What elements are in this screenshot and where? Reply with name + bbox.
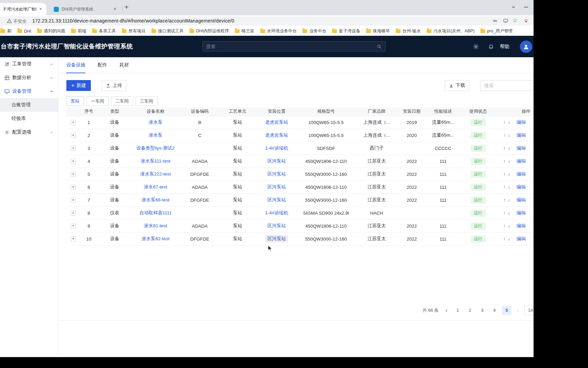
bookmark-item[interactable]: 格兰富 [235,28,255,34]
location-link[interactable]: 区河泵站 [267,184,286,189]
bookmark-item[interactable]: 业务中台 [303,28,326,34]
new-button[interactable]: + 新建 [66,80,91,91]
password-key-icon[interactable] [492,18,498,25]
sidebar-item-config-options[interactable]: 配置选项 [0,125,58,139]
move-down-button[interactable]: ↓ [508,210,510,215]
move-up-button[interactable]: ↑ [503,145,506,151]
device-name-link[interactable]: 潜水61-test [144,223,167,228]
move-up-button[interactable]: ↑ [503,184,506,189]
move-up-button[interactable]: ↑ [503,171,506,177]
edit-link[interactable]: 编辑 [517,184,526,189]
edit-link[interactable]: 编辑 [517,223,526,228]
edit-link[interactable]: 编辑 [517,210,526,215]
move-down-button[interactable]: ↓ [508,145,510,151]
move-down-button[interactable]: ↓ [508,184,510,189]
location-link[interactable]: 区河泵站 [267,158,286,164]
tab-accessories[interactable]: 配件 [98,57,107,73]
edit-link[interactable]: 编辑 [517,120,526,125]
pagination-next-icon[interactable]: › [514,307,522,313]
device-name-link[interactable]: 潜水67-test [144,184,167,189]
move-down-button[interactable]: ↓ [508,158,510,164]
location-link[interactable]: 区河泵站 [267,171,286,177]
move-down-button[interactable]: ↓ [508,236,510,241]
location-link[interactable]: 区河泵站 [265,235,288,242]
filter-workshop-2[interactable]: 二车间 [111,96,133,106]
security-label[interactable]: 不安全 [13,18,27,25]
upload-button[interactable]: 上传 [102,80,126,91]
bookmark-item[interactable]: 接口测试工具 [151,28,184,34]
expand-row-button[interactable]: + [71,224,76,229]
pagination-page-1[interactable]: 1 [453,306,462,315]
settings-gear-icon[interactable] [473,43,479,50]
location-link[interactable]: 区河泵站 [267,197,286,202]
sidebar-item-device-management[interactable]: 设备管理 [0,85,58,98]
device-name-link[interactable]: 潜水泵62-test [142,236,169,241]
pagination-page-3[interactable]: 3 [477,306,487,315]
location-link[interactable]: 老虎岩泵站 [265,120,288,125]
move-up-button[interactable]: ↑ [503,197,506,202]
expand-row-button[interactable]: + [71,211,76,216]
url-text[interactable]: 172.23.21.33:1110/device-management-dhi/… [32,18,234,24]
device-name-link[interactable]: 潜水泵111-test [141,158,170,164]
move-down-button[interactable]: ↓ [508,120,510,125]
move-down-button[interactable]: ↓ [508,223,510,228]
move-down-button[interactable]: ↓ [508,133,510,138]
expand-row-button[interactable]: + [71,198,76,203]
window-minimize-button[interactable] [524,7,528,7]
global-search-box[interactable] [202,41,386,51]
sidebar-item-ledger-management[interactable]: 台账管理 [0,98,58,112]
bookmark-item[interactable]: 套子湾设备 [332,28,360,34]
expand-row-button[interactable]: + [71,236,76,242]
move-down-button[interactable]: ↓ [508,197,510,202]
bookmark-item[interactable]: pro_用户管理 [480,28,513,34]
edit-link[interactable]: 编辑 [517,158,526,164]
expand-row-button[interactable]: + [71,146,76,151]
bookmark-star-icon[interactable]: ☆ [512,17,518,24]
sidebar-item-experience-library[interactable]: 经验库 [0,112,58,125]
bookmark-item[interactable]: 水环境业务中台 [260,28,297,34]
bookmark-item[interactable]: 台州-输水 [396,28,421,34]
tab-search-chevron-icon[interactable] [511,5,516,11]
location-link[interactable]: 区河泵站 [267,223,286,228]
edit-link[interactable]: 编辑 [517,197,526,202]
bookmark-item[interactable]: DHI [17,29,32,34]
move-up-button[interactable]: ↑ [503,236,506,241]
expand-row-button[interactable]: + [71,185,76,190]
filter-pump-station[interactable]: 泵站 [66,96,84,106]
download-button[interactable]: 下载 [445,80,469,91]
pagination-prev-icon[interactable]: ‹ [443,307,450,313]
warning-icon[interactable] [7,18,12,25]
help-button[interactable]: 帮助 [500,44,509,50]
location-link[interactable]: 老虎岩泵站 [265,133,288,138]
tab-equipment-facilities[interactable]: 设备设施 [66,57,85,73]
edit-link[interactable]: 编辑 [517,145,526,151]
close-tab-icon[interactable]: × [112,6,118,12]
edit-link[interactable]: 编辑 [517,171,526,177]
move-up-button[interactable]: ↑ [503,133,506,138]
device-name-link[interactable]: 潜水泵 [149,133,163,138]
device-name-link[interactable]: 潜水泵 [149,120,163,125]
close-tab-icon[interactable]: × [38,6,44,12]
new-tab-button[interactable]: + [125,4,129,11]
move-up-button[interactable]: ↑ [503,223,506,228]
location-link[interactable]: 1-4#浓缩机 [265,210,288,215]
browser-tab-inactive[interactable]: DHI用户管理系统 × [50,3,120,15]
bookmark-item[interactable]: 污水项目(滨州、ABP) [427,28,475,34]
move-up-button[interactable]: ↑ [503,210,506,215]
user-avatar[interactable] [520,41,532,53]
device-name-link[interactable]: 自动取样器1111 [140,210,172,215]
sidebar-item-data-analysis[interactable]: 数据分析 [0,71,58,85]
device-name-link[interactable]: 潜水泵68-test [142,197,169,202]
bookmark-item[interactable]: 各类工具 [92,28,116,34]
bookmark-item[interactable]: 前端 [71,28,86,34]
move-up-button[interactable]: ↑ [503,158,506,164]
bookmark-item[interactable]: 刷 [0,28,12,34]
pagination-page-5[interactable]: 5 [502,306,511,315]
search-icon[interactable] [377,44,382,49]
move-down-button[interactable]: ↓ [508,171,510,177]
sidebar-item-work-orders[interactable]: 工单管理 [0,57,58,71]
tab-consumables[interactable]: 耗材 [119,57,129,73]
bookmark-item[interactable]: 所有项目 [122,28,146,34]
device-name-link[interactable]: 潜水泵222-test [140,171,170,177]
bookmark-item[interactable]: 珠海横琴 [366,28,390,34]
